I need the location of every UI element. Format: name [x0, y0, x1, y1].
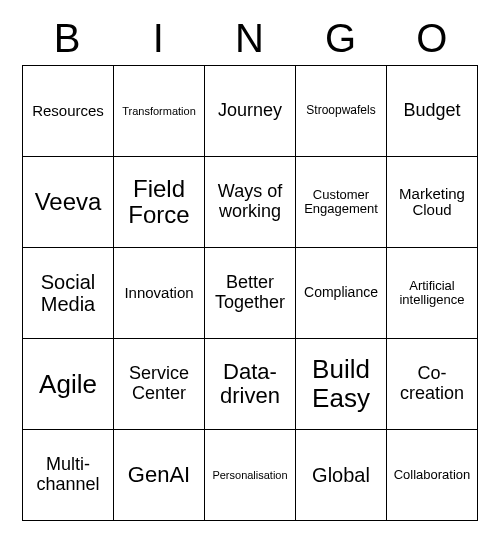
bingo-cell[interactable]: Resources [23, 66, 114, 157]
bingo-cell[interactable]: Build Easy [296, 339, 387, 430]
bingo-cell[interactable]: GenAI [114, 430, 205, 521]
bingo-cell[interactable]: Marketing Cloud [387, 157, 478, 248]
bingo-cell[interactable]: Social Media [23, 248, 114, 339]
bingo-cell[interactable]: Global [296, 430, 387, 521]
bingo-grid: Resources Transformation Journey Stroopw… [22, 65, 478, 521]
bingo-cell[interactable]: Agile [23, 339, 114, 430]
header-letter-n: N [204, 16, 295, 61]
header-letter-g: G [296, 16, 387, 61]
bingo-cell[interactable]: Collaboration [387, 430, 478, 521]
bingo-cell[interactable]: Service Center [114, 339, 205, 430]
bingo-cell[interactable]: Journey [205, 66, 296, 157]
bingo-cell[interactable]: Better Together [205, 248, 296, 339]
bingo-header: B I N G O [22, 16, 478, 61]
bingo-cell[interactable]: Co-creation [387, 339, 478, 430]
header-letter-o: O [387, 16, 478, 61]
bingo-cell[interactable]: Personalisation [205, 430, 296, 521]
bingo-cell[interactable]: Multi-channel [23, 430, 114, 521]
bingo-cell[interactable]: Budget [387, 66, 478, 157]
header-letter-b: B [22, 16, 113, 61]
header-letter-i: I [113, 16, 204, 61]
bingo-cell[interactable]: Ways of working [205, 157, 296, 248]
bingo-cell[interactable]: Innovation [114, 248, 205, 339]
bingo-cell[interactable]: Customer Engagement [296, 157, 387, 248]
bingo-cell[interactable]: Veeva [23, 157, 114, 248]
bingo-cell[interactable]: Artificial intelligence [387, 248, 478, 339]
bingo-cell[interactable]: Field Force [114, 157, 205, 248]
bingo-cell[interactable]: Compliance [296, 248, 387, 339]
bingo-cell[interactable]: Transformation [114, 66, 205, 157]
bingo-cell[interactable]: Stroopwafels [296, 66, 387, 157]
bingo-cell[interactable]: Data-driven [205, 339, 296, 430]
